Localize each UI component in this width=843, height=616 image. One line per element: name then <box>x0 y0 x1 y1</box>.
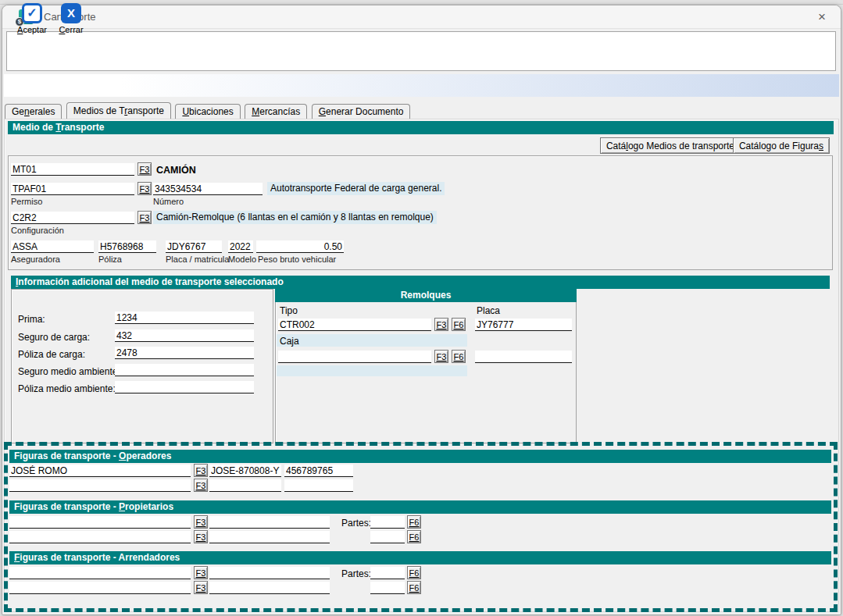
info-adicional-header: Información adicional del medio de trans… <box>11 276 830 289</box>
propietario-rfc-input[interactable] <box>209 531 330 543</box>
remolque-tipo-input[interactable] <box>278 319 431 331</box>
permiso-input[interactable] <box>11 183 134 195</box>
operador-licencia-input[interactable] <box>284 479 353 492</box>
seguro-carga-label: Seguro de carga: <box>18 332 90 343</box>
permiso-descripcion: Autotransporte Federal de carga general. <box>267 182 445 195</box>
caja-label: Caja <box>280 336 299 347</box>
arrendadores-header: Figuras de transporte - Arrendadores <box>9 551 831 564</box>
numero-permiso-input[interactable] <box>153 183 263 195</box>
poliza-input[interactable] <box>98 240 156 253</box>
medio-de-transporte-header: Medio de Transporte <box>8 121 834 134</box>
modelo-input[interactable] <box>228 240 253 253</box>
catalogo-medios-button[interactable]: Catálogo Medios de transporte <box>600 137 741 154</box>
remolques-header: Remolques <box>275 289 577 302</box>
numero-label: Número <box>153 197 184 206</box>
f6-button[interactable]: F6 <box>407 581 421 594</box>
tab-medios-de-transporte[interactable]: Medios de Transporte <box>66 102 171 119</box>
f6-button[interactable]: F6 <box>452 318 466 331</box>
arrendador-partes-input[interactable] <box>370 582 405 594</box>
poliza-ambiente-input[interactable] <box>115 381 254 393</box>
partes-label: Partes: <box>341 518 371 529</box>
arrendador-rfc-input[interactable] <box>209 567 330 579</box>
seguro-ambiente-input[interactable] <box>115 364 254 376</box>
seguro-ambiente-label: Seguro medio ambiente: <box>18 366 120 377</box>
operador-nombre-input[interactable] <box>9 479 191 492</box>
arrendador-nombre-input[interactable] <box>9 567 191 579</box>
aceptar-button[interactable]: ✓ Aceptar <box>11 3 53 34</box>
placa-matricula-input[interactable] <box>166 240 222 253</box>
toolbar <box>6 31 836 71</box>
poliza-carga-input[interactable] <box>115 347 254 359</box>
arrendador-partes-input[interactable] <box>370 567 405 579</box>
propietario-partes-input[interactable] <box>370 516 405 529</box>
propietario-partes-input[interactable] <box>370 531 405 543</box>
clave-transporte-input[interactable] <box>11 163 134 176</box>
tab-generar-documento[interactable]: Generar Documento <box>312 104 411 119</box>
prima-input[interactable] <box>115 312 254 324</box>
f3-button[interactable]: F3 <box>138 211 152 224</box>
permiso-label: Permiso <box>11 197 42 206</box>
f3-button[interactable]: F3 <box>194 581 208 594</box>
peso-bruto-label: Peso bruto vehicular <box>258 255 336 264</box>
f6-button[interactable]: F6 <box>407 566 421 579</box>
operador-licencia-input[interactable] <box>284 465 353 477</box>
propietarios-header: Figuras de transporte - Propietarios <box>9 500 831 514</box>
gradient-strip <box>4 74 839 97</box>
propietario-rfc-input[interactable] <box>209 516 330 529</box>
aseguradora-input[interactable] <box>11 240 94 253</box>
f3-button[interactable]: F3 <box>194 566 208 579</box>
f3-button[interactable]: F3 <box>138 162 152 176</box>
aseguradora-label: Aseguradora <box>11 255 60 264</box>
caja-strip <box>277 334 467 347</box>
poliza-ambiente-label: Póliza medio ambiente: <box>18 383 116 394</box>
tab-strip: Generales Medios de Transporte Ubicacion… <box>5 102 411 119</box>
f3-button[interactable]: F3 <box>434 318 448 331</box>
f6-button[interactable]: F6 <box>407 515 421 529</box>
arrendador-nombre-input[interactable] <box>9 582 191 594</box>
placa-matricula-label: Placa / matricula <box>166 255 229 264</box>
cerrar-button[interactable]: X Cerrar <box>50 3 92 34</box>
clave-descripcion: CAMIÓN <box>156 165 196 176</box>
propietario-nombre-input[interactable] <box>9 531 191 543</box>
cerrar-label: Cerrar <box>50 25 92 34</box>
remolque-tipo-input[interactable] <box>278 351 431 363</box>
propietario-nombre-input[interactable] <box>9 516 191 529</box>
catalogo-figuras-button[interactable]: Catálogo de Figuras <box>733 137 830 154</box>
tipo-label: Tipo <box>280 305 298 316</box>
configuracion-input[interactable] <box>11 212 134 224</box>
placa-remolque-label: Placa <box>477 305 500 316</box>
check-icon: ✓ <box>22 3 42 23</box>
f3-button[interactable]: F3 <box>194 479 208 492</box>
f3-button[interactable]: F3 <box>194 515 208 529</box>
poliza-label: Póliza <box>98 255 122 264</box>
window-close-icon[interactable]: × <box>808 7 836 27</box>
f3-button[interactable]: F3 <box>194 464 208 477</box>
operadores-header: Figuras de transporte - Operadores <box>9 450 831 463</box>
operador-nombre-input[interactable] <box>9 465 191 477</box>
aceptar-label: Aceptar <box>11 25 53 34</box>
prima-label: Prima: <box>18 314 45 325</box>
f6-button[interactable]: F6 <box>407 530 421 543</box>
tab-ubicaciones[interactable]: Ubicaciones <box>175 104 240 119</box>
peso-bruto-input[interactable] <box>256 240 344 253</box>
f6-button[interactable]: F6 <box>452 350 466 363</box>
configuracion-descripcion: Camión-Remolque (6 llantas en el camión … <box>153 211 437 224</box>
titlebar <box>2 5 841 29</box>
f3-button[interactable]: F3 <box>138 182 152 195</box>
tab-generales[interactable]: Generales <box>5 104 62 119</box>
operador-rfc-input[interactable] <box>209 465 281 477</box>
remolque-placa-input[interactable] <box>475 319 572 331</box>
caja-strip <box>277 365 467 376</box>
operador-rfc-input[interactable] <box>209 479 281 492</box>
f3-button[interactable]: F3 <box>194 530 208 543</box>
f3-button[interactable]: F3 <box>434 350 448 363</box>
modelo-label: Modelo <box>228 255 256 264</box>
x-icon: X <box>61 3 81 23</box>
configuracion-label: Configuración <box>11 226 64 235</box>
tab-mercancias[interactable]: Mercancías <box>245 104 307 119</box>
remolque-placa-input[interactable] <box>475 351 572 363</box>
arrendador-rfc-input[interactable] <box>209 582 330 594</box>
partes-label: Partes: <box>341 568 371 579</box>
seguro-carga-input[interactable] <box>115 329 254 342</box>
poliza-carga-label: Póliza de carga: <box>18 349 85 360</box>
